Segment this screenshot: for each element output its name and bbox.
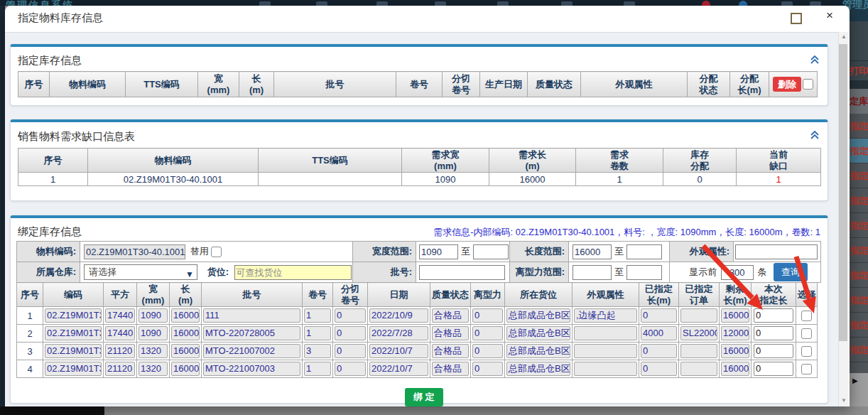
appearance-input[interactable] [735,244,818,259]
length-range-label: 长度范围: [510,242,569,262]
strip-row-button-fragment[interactable]: 指定 [850,188,868,213]
warehouse-label: 所属仓库: [17,262,80,283]
warehouse-select[interactable]: 请选择▼ [84,264,197,280]
query-button[interactable]: 查询 [774,263,808,281]
strip-row-button-fragment[interactable]: 指定 [850,313,868,338]
col-header: 序号 [18,149,88,173]
assign-length-input[interactable]: 0 [754,308,793,323]
cell-stock-alloc: 0 [663,173,737,186]
cell-length: 16000 [170,343,202,360]
blue-dot-icon [739,1,747,6]
col-header: 序号 [17,283,43,307]
batch-label: 批号: [353,262,416,283]
col-header: 分配 长(m) [730,72,769,97]
print-button-fragment[interactable]: 打印 [850,60,868,81]
width-from-input[interactable]: 1090 [419,244,458,259]
release-force-readonly-input: 0 [472,326,503,340]
demand-gap-table: 序号 物料编码 TTS编码 需求宽 (mm) 需求长 (m) 需求 卷数 库存 … [18,148,821,186]
length-from-input[interactable]: 16000 [573,244,612,259]
cell-batch: MTO-221007003 [202,360,303,378]
scrollbar-thumb[interactable] [839,44,847,341]
cell-quality: 合格品 [430,325,471,343]
cell-area: 21120 [104,360,137,378]
remaining-length-readonly-input: 16000 [721,344,749,358]
cell-roll: 1 [303,307,333,325]
quality-readonly-input: 合格品 [432,344,469,358]
cell-location: 总部成品仓B区 [505,360,573,378]
assigned-length-readonly-input: 0 [641,362,677,376]
col-header: 平方 [104,283,137,307]
show-first-label: 显示前 [689,266,717,277]
show-count-input[interactable]: 300 [721,265,754,280]
strip-row-button-fragment[interactable]: 指定 [850,114,868,139]
length-to-input[interactable] [626,244,662,259]
cell-select [796,325,818,343]
col-header: 已指定 订单 [679,283,720,307]
release-from-input[interactable] [573,265,612,280]
strip-row-button-fragment[interactable]: 指定 [850,288,868,313]
assign-length-input[interactable]: 0 [754,326,793,340]
section1-title: 指定库存信息 [18,54,82,68]
split-roll-readonly-input: 0 [335,362,366,376]
slot-input[interactable]: 可查找货位 [234,265,352,280]
inventory-row: 102.Z19M01T30-40.10011744010901600011110… [17,307,818,325]
inventory-row: 202.Z19M01T30-40.100117440109016000MTO-2… [17,325,818,343]
select-checkbox[interactable] [801,311,812,321]
appearance-readonly-input [574,362,637,376]
col-header: 批号 [202,283,303,307]
col-header: 宽 (mm) [137,283,170,307]
close-button[interactable]: × [823,9,837,23]
length-readonly-input: 16000 [171,344,200,358]
location-readonly-input: 总部成品仓B区 [506,362,570,376]
bind-button[interactable]: 绑 定 [405,388,443,406]
scrollbar-up-icon[interactable]: ▲ [839,33,849,40]
cell-roll: 1 [303,360,333,378]
assign-length-input[interactable]: 0 [754,362,793,376]
cell-roll: 3 [303,343,333,360]
code-readonly-input: 02.Z19M01T30-40.1001 [45,308,102,323]
area-readonly-input: 21120 [105,362,135,376]
cell-serial: 4 [17,360,43,378]
scrollbar-down-icon[interactable]: ▼ [839,397,849,404]
bottom-black-bar [0,406,104,415]
cell-date: 2022/10/7 [368,360,430,378]
alt-checkbox[interactable] [211,247,222,257]
remaining-length-readonly-input: 16000 [721,308,749,323]
alt-label: 替用 [190,246,209,257]
dialog-title: 指定物料库存信息 [18,11,103,25]
assigned-order-readonly-input [680,308,717,323]
background-left-edge [0,6,5,415]
cell-location: 总部成品仓B区 [505,325,573,343]
cell-remaining-length: 16000 [720,360,752,378]
inventory-row: 302.Z19M01T30-40.100121120132016000MTO-2… [17,343,818,360]
collapse-icon[interactable] [810,131,820,139]
cell-current-gap: 1 [737,173,821,186]
remaining-length-readonly-input: 12000 [721,326,749,340]
specified-inventory-table: 序号 物料编码 TTS编码 宽 (mm) 长 (m) 批号 卷号 分切 卷号 生… [18,71,818,97]
cell-quality: 合格品 [430,343,471,360]
assign-length-input[interactable]: 0 [754,344,793,358]
delete-all-checkbox[interactable] [803,79,813,90]
select-checkbox[interactable] [801,328,812,339]
batch-input[interactable] [419,265,505,280]
cell-split-roll: 0 [333,360,368,378]
select-checkbox[interactable] [801,364,812,374]
cell-length: 16000 [170,325,202,343]
release-to-input[interactable] [626,265,662,280]
strip-row-button-fragment[interactable]: 指定 [850,263,868,288]
delete-button[interactable]: 删除 [773,77,801,92]
material-code-input[interactable]: 02.Z19M01T30-40.1001 [84,244,185,259]
strip-row-button-fragment[interactable]: 指定 [850,163,868,188]
strip-row-button-fragment[interactable]: 指定 [850,338,868,362]
col-header: 分切 卷号 [443,72,480,97]
maximize-button[interactable] [791,13,802,24]
select-checkbox[interactable] [801,346,812,357]
collapse-icon[interactable] [810,55,820,64]
strip-row-button-fragment[interactable]: 指定 [850,238,868,263]
cell-batch: MTO-220728005 [202,325,303,343]
strip-row-button-fragment[interactable]: 指定 [850,139,868,163]
strip-row-button-fragment[interactable]: 指定 [850,213,868,238]
location-readonly-input: 总部成品仓B区 [506,326,570,340]
roll-readonly-input: 1 [304,362,331,376]
width-to-input[interactable] [473,244,509,259]
